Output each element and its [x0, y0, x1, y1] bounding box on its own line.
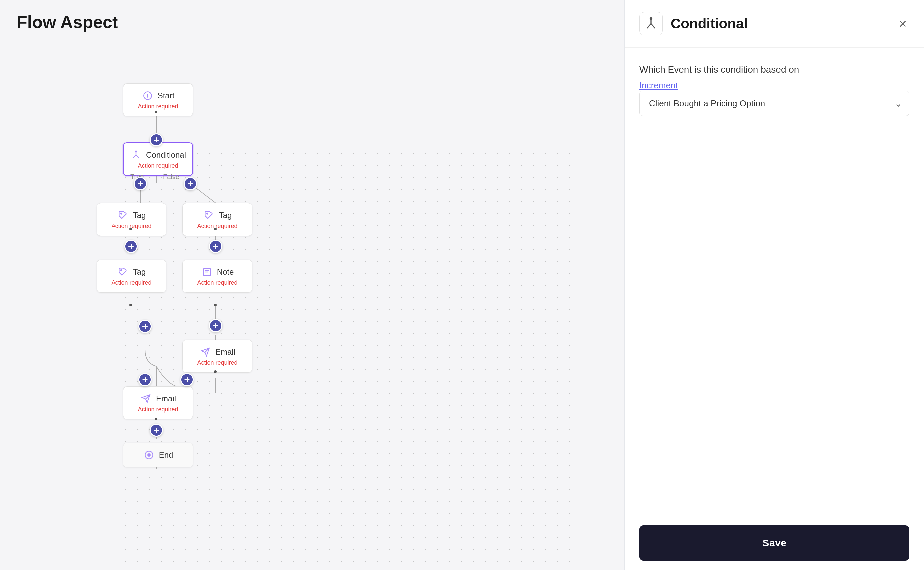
- email2-sublabel: Action required: [138, 406, 178, 413]
- email1-sublabel: Action required: [197, 359, 237, 366]
- add-btn-1[interactable]: [150, 133, 163, 147]
- add-btn-merge-right[interactable]: [181, 373, 194, 386]
- panel-body: Which Event is this condition based on I…: [625, 48, 924, 516]
- email2-node[interactable]: Email Action required: [123, 386, 193, 419]
- conditional-sublabel: Action required: [138, 162, 178, 170]
- start-node[interactable]: Start Action required: [123, 83, 193, 116]
- end-icon: [143, 449, 155, 461]
- email1-icon: [199, 346, 211, 358]
- tag1-icon: [117, 210, 129, 221]
- note-icon: [201, 266, 213, 278]
- right-panel: Conditional × Which Event is this condit…: [624, 0, 924, 570]
- add-btn-true[interactable]: [134, 177, 147, 190]
- svg-point-21: [207, 213, 208, 215]
- svg-point-28: [650, 18, 652, 20]
- conditional-label: Conditional: [146, 150, 186, 160]
- close-button[interactable]: ×: [896, 14, 909, 33]
- tag1-node[interactable]: Tag Action required: [96, 203, 167, 236]
- connector-dot-5: [214, 303, 217, 306]
- add-btn-tag2[interactable]: [209, 240, 222, 253]
- panel-conditional-icon: [644, 17, 658, 30]
- email1-label: Email: [215, 347, 235, 357]
- panel-title: Conditional: [671, 16, 748, 32]
- save-button[interactable]: Save: [639, 526, 909, 561]
- add-btn-merge-left[interactable]: [138, 373, 152, 386]
- svg-point-19: [135, 151, 137, 152]
- tag3-icon: [117, 266, 129, 278]
- panel-footer: Save: [625, 516, 924, 570]
- note-label: Note: [217, 267, 234, 277]
- tag2-icon: [203, 210, 215, 221]
- connector-dot-4: [130, 303, 132, 306]
- email2-label: Email: [156, 394, 176, 403]
- tag2-node[interactable]: Tag Action required: [182, 203, 252, 236]
- end-node[interactable]: End: [123, 443, 193, 467]
- flow-header: Flow Aspect: [0, 0, 624, 40]
- connector-dot-7: [155, 418, 158, 420]
- connector-dot-3: [214, 228, 217, 230]
- conditional-node[interactable]: Conditional Action required: [123, 142, 193, 176]
- tag1-label: Tag: [133, 211, 146, 220]
- connector-dot: [155, 110, 158, 113]
- connector-dot-6: [214, 370, 217, 373]
- page-title: Flow Aspect: [17, 12, 608, 32]
- event-select[interactable]: Client Bought a Pricing Option Client Si…: [639, 90, 909, 116]
- start-sublabel: Action required: [138, 103, 178, 110]
- email1-node[interactable]: Email Action required: [182, 340, 252, 372]
- conditional-icon: [130, 149, 142, 161]
- panel-link[interactable]: Increment: [639, 80, 678, 90]
- email2-icon: [140, 392, 152, 405]
- tag3-sublabel: Action required: [111, 279, 151, 287]
- panel-header: Conditional ×: [625, 0, 924, 48]
- tag3-label: Tag: [133, 267, 146, 277]
- end-label: End: [159, 450, 173, 460]
- false-label: False: [163, 173, 179, 181]
- note-node[interactable]: Note Action required: [182, 260, 252, 293]
- panel-question: Which Event is this condition based on: [639, 64, 909, 75]
- add-btn-tag3[interactable]: [138, 320, 152, 333]
- add-btn-note[interactable]: [209, 319, 222, 332]
- connections-svg: [0, 40, 624, 570]
- flow-canvas[interactable]: Start Action required Conditional Action…: [0, 40, 624, 570]
- add-btn-email2[interactable]: [150, 423, 163, 437]
- note-sublabel: Action required: [197, 279, 237, 287]
- connector-dot-2: [130, 228, 132, 230]
- svg-point-22: [121, 270, 122, 271]
- tag3-node[interactable]: Tag Action required: [96, 260, 167, 293]
- tag2-sublabel: Action required: [197, 223, 237, 230]
- add-btn-false[interactable]: [184, 177, 197, 190]
- tag2-label: Tag: [219, 211, 232, 220]
- panel-select-wrapper: Client Bought a Pricing Option Client Si…: [639, 90, 909, 116]
- svg-point-18: [147, 96, 148, 97]
- add-btn-tag1[interactable]: [124, 240, 138, 253]
- svg-point-20: [121, 213, 122, 215]
- flow-canvas-panel: Flow Aspect: [0, 0, 624, 570]
- start-icon: [142, 90, 154, 101]
- start-label: Start: [158, 91, 175, 100]
- svg-rect-27: [148, 454, 150, 457]
- panel-icon-box: [639, 12, 663, 35]
